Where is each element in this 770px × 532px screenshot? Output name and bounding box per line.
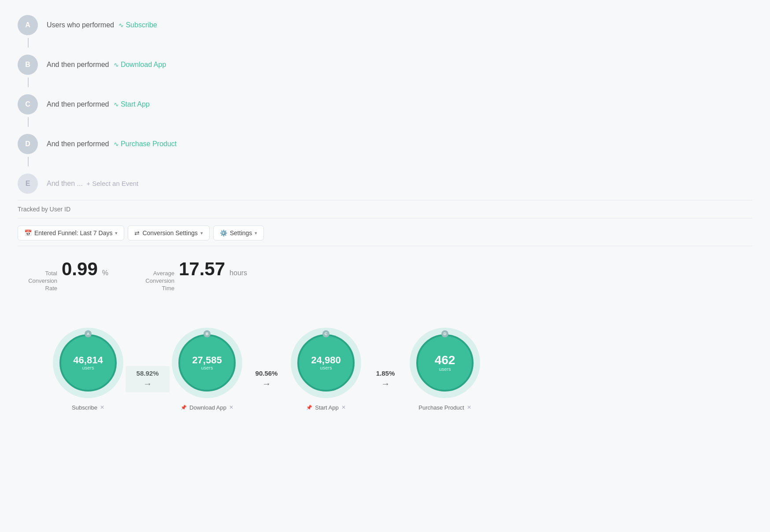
conversion-settings-chevron: ▾ — [200, 230, 203, 236]
funnel-users-d: users — [439, 366, 451, 372]
step-b-label: And then performed Download App — [47, 61, 166, 69]
stats-row: Total Conversion Rate 0.99 % Average Con… — [18, 246, 752, 301]
funnel-circle-inner-a: A 46,814 users — [59, 334, 117, 392]
step-c-label: And then performed Start App — [47, 100, 150, 108]
total-conversion-rate-unit: % — [102, 269, 108, 277]
select-event-button[interactable]: + Select an Event — [86, 180, 138, 187]
connector-ab — [18, 37, 752, 48]
avg-conversion-time-stat: Average Conversion Time 17.57 hours — [135, 259, 247, 292]
funnel-circle-outer-d: D 462 users — [410, 328, 480, 398]
tracked-by-row: Tracked by User ID — [18, 200, 752, 218]
funnel-arrow-bc: → — [262, 379, 271, 389]
step-d-circle: D — [18, 134, 38, 154]
funnel-arrow-ab: → — [143, 379, 152, 389]
connector-line-de — [28, 157, 29, 166]
funnel-arrow-cd: → — [381, 379, 390, 389]
avg-conversion-time-value: 17.57 — [179, 259, 225, 280]
funnel-num-c: 24,980 — [311, 355, 341, 365]
funnel-circle-outer-b: B 27,585 users — [172, 328, 242, 398]
connector-cd — [18, 116, 752, 128]
funnel-letter-a: A — [85, 330, 92, 337]
funnel-name-a: Subscribe ✕ — [72, 404, 104, 411]
funnel-num-a: 46,814 — [73, 355, 103, 365]
funnel-remove-b[interactable]: ✕ — [229, 404, 233, 410]
funnel-num-d: 462 — [435, 354, 455, 366]
step-d-row: D And then performed Purchase Product — [18, 128, 752, 156]
connector-line-cd — [28, 117, 29, 127]
step-c-circle: C — [18, 94, 38, 115]
step-a-label: Users who performed Subscribe — [47, 21, 157, 29]
connector-line-ab — [28, 38, 29, 48]
funnel-connector-cd: 1.85% → — [361, 369, 410, 389]
gear-icon: ⚙️ — [220, 229, 227, 236]
funnel-letter-b: B — [204, 330, 211, 337]
total-conversion-rate-stat: Total Conversion Rate 0.99 % — [18, 259, 108, 292]
funnel-remove-c[interactable]: ✕ — [341, 404, 346, 410]
avg-conversion-time-unit: hours — [230, 269, 247, 277]
funnel-remove-d[interactable]: ✕ — [467, 404, 471, 410]
funnel-users-b: users — [201, 365, 213, 370]
funnel-pct-cd: 1.85% — [376, 369, 395, 377]
step-d-label: And then performed Purchase Product — [47, 140, 177, 148]
funnel-name-d: Purchase Product ✕ — [418, 404, 471, 411]
settings-chevron: ▾ — [255, 230, 257, 236]
total-conversion-rate-label: Total Conversion Rate — [18, 270, 57, 292]
funnel-circle-inner-d: D 462 users — [416, 334, 474, 392]
calendar-icon: 📅 — [24, 229, 32, 236]
pin-c-funnel: 📌 — [306, 405, 312, 410]
funnel-num-b: 27,585 — [192, 355, 222, 365]
funnel-letter-c: C — [322, 330, 329, 337]
step-d-event-link[interactable]: Purchase Product — [114, 140, 177, 148]
date-range-button[interactable]: 📅 Entered Funnel: Last 7 Days ▾ — [18, 225, 124, 240]
funnel-circle-inner-b: B 27,585 users — [178, 334, 236, 392]
step-c-event-link[interactable]: Start App — [114, 100, 150, 108]
controls-bar: 📅 Entered Funnel: Last 7 Days ▾ ⇄ Conver… — [18, 218, 752, 246]
select-event-row: E And then ... + Select an Event — [18, 167, 752, 200]
conversion-settings-button[interactable]: ⇄ Conversion Settings ▾ — [128, 225, 209, 240]
funnel-node-c: C 24,980 users 📌 Start App ✕ — [291, 328, 361, 411]
step-b-event-link[interactable]: Download App — [114, 61, 166, 69]
funnel-node-d: D 462 users Purchase Product ✕ — [410, 328, 480, 411]
pin-b-funnel: 📌 — [181, 405, 187, 410]
settings-button[interactable]: ⚙️ Settings ▾ — [213, 225, 264, 240]
funnel-circle-outer-a: A 46,814 users — [53, 328, 123, 398]
connector-bc — [18, 77, 752, 88]
avg-conversion-time-label: Average Conversion Time — [135, 270, 174, 292]
step-a-row: A Users who performed Subscribe — [18, 9, 752, 37]
connector-line-bc — [28, 78, 29, 87]
funnel-name-c: 📌 Start App ✕ — [306, 404, 345, 411]
step-b-wrapper: 📌 B And then performed Download App — [18, 48, 752, 77]
date-range-chevron: ▾ — [115, 230, 118, 236]
funnel-pct-ab: 58.92% — [137, 369, 159, 377]
funnel-letter-d: D — [441, 330, 448, 337]
step-e-label: And then ... + Select an Event — [47, 180, 138, 188]
funnel-name-b: 📌 Download App ✕ — [181, 404, 233, 411]
connector-de — [18, 156, 752, 167]
funnel-users-c: users — [320, 365, 332, 370]
funnel-circle-outer-c: C 24,980 users — [291, 328, 361, 398]
funnel-pct-bc: 90.56% — [255, 369, 278, 377]
funnel-connector-bc: 90.56% → — [242, 369, 291, 389]
step-c-wrapper: 📌 C And then performed Start App — [18, 88, 752, 116]
funnel-remove-a[interactable]: ✕ — [100, 404, 104, 410]
step-e-circle: E — [18, 174, 38, 194]
step-c-row: C And then performed Start App — [18, 88, 752, 116]
step-b-row: B And then performed Download App — [18, 48, 752, 77]
step-a-event-link[interactable]: Subscribe — [118, 21, 157, 29]
funnel-node-a: A 46,814 users Subscribe ✕ — [53, 328, 123, 411]
step-b-circle: B — [18, 55, 38, 75]
conversion-icon: ⇄ — [134, 229, 140, 236]
funnel-chart: A 46,814 users Subscribe ✕ 58.92% → — [18, 319, 752, 429]
step-a-circle: A — [18, 15, 38, 35]
total-conversion-rate-value: 0.99 — [62, 259, 98, 280]
funnel-users-a: users — [82, 365, 94, 370]
funnel-circle-inner-c: C 24,980 users — [297, 334, 355, 392]
funnel-connector-ab: 58.92% → — [123, 369, 172, 389]
funnel-node-b: B 27,585 users 📌 Download App ✕ — [172, 328, 242, 411]
